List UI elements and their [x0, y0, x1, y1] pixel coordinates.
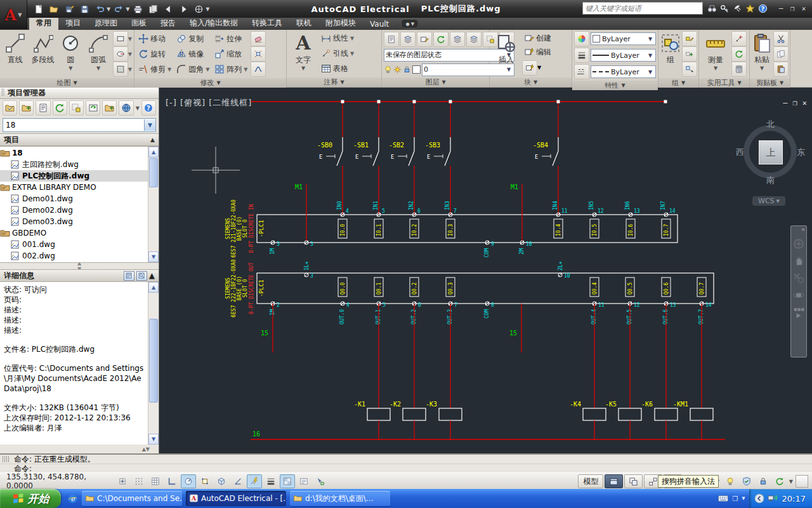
wcs-menu[interactable]: WCS ▼: [752, 196, 785, 206]
command-grip[interactable]: [3, 456, 10, 462]
panel-title-annotate[interactable]: 注释▼: [287, 77, 381, 87]
pmmark-button[interactable]: [69, 100, 84, 116]
collapse-arrow-icon[interactable]: ▲: [150, 137, 155, 143]
model-button[interactable]: 模型: [578, 474, 603, 488]
window-minimize-button[interactable]: ─: [775, 3, 787, 14]
trim-tool-button[interactable]: 修剪▼: [136, 64, 173, 76]
project-combo[interactable]: 18 ▼: [3, 118, 156, 132]
dropdown-caret-icon[interactable]: ▼: [128, 36, 132, 42]
colorwheel-tool-button[interactable]: [574, 31, 589, 46]
toggle-transparency[interactable]: [280, 474, 295, 488]
panel-title-properties[interactable]: 特性▼: [572, 81, 658, 90]
project-combo-dropdown-icon[interactable]: ▼: [144, 119, 155, 131]
viewcube-south[interactable]: 南: [766, 175, 775, 186]
back-button[interactable]: [161, 2, 175, 16]
circle-tool-button[interactable]: 圆▼: [57, 31, 84, 77]
toggle-osnap[interactable]: [197, 474, 213, 488]
plot-button[interactable]: [131, 2, 145, 16]
pmupdate-button[interactable]: [86, 100, 100, 116]
pmpub-button[interactable]: [119, 100, 133, 116]
paste-tool-button[interactable]: 粘贴▼: [752, 31, 772, 77]
pastespec-tool-button[interactable]: [773, 62, 789, 77]
bcreate-tool-button[interactable]: [417, 32, 432, 47]
line-tool-button[interactable]: 直线: [2, 31, 29, 77]
table-tool-button[interactable]: 表格: [319, 63, 379, 75]
toggle-quickprop[interactable]: [296, 474, 311, 488]
mirror-tool-button[interactable]: 镜像: [174, 48, 211, 60]
linetype-combo[interactable]: ByLayer▼: [591, 65, 656, 78]
lweight-tool-button[interactable]: [574, 48, 589, 63]
details-preview-icon[interactable]: [136, 271, 147, 281]
project-node[interactable]: 18: [0, 147, 148, 159]
restore-toolbar-icon[interactable]: ❐: [732, 495, 738, 502]
viewport-controls[interactable]: [-] [俯视] [二维线框]: [166, 97, 252, 109]
hand-nav-icon[interactable]: [793, 255, 804, 267]
toggle-ortho[interactable]: [164, 474, 180, 488]
hatch-tool-button[interactable]: [113, 62, 128, 77]
ribbon-tab-附加模块[interactable]: 附加模块: [318, 17, 363, 30]
ribbon-tab-输入/输出数据[interactable]: 输入/输出数据: [183, 17, 245, 30]
language-bar[interactable]: ❐ ▼: [718, 494, 745, 503]
groupedit-tool-button[interactable]: [682, 31, 697, 46]
relay-coil[interactable]: [403, 408, 426, 420]
scale-tool-button[interactable]: 缩放: [213, 48, 249, 60]
relay-coil[interactable]: [367, 408, 390, 420]
saveas-button[interactable]: [62, 2, 76, 16]
tree-scrollbar[interactable]: ▲ ▼: [148, 147, 159, 262]
layers-tool-button[interactable]: [466, 32, 481, 47]
ribbon-tab-项目[interactable]: 项目: [58, 17, 88, 30]
projects-header[interactable]: 项目 ▲: [0, 133, 159, 146]
open-button[interactable]: [47, 2, 61, 16]
layers-tool-button[interactable]: [450, 32, 465, 47]
help-button[interactable]: ?: [756, 2, 769, 15]
pmrefresh-tool-button[interactable]: [731, 46, 747, 62]
status-menu-caret-icon[interactable]: ▼: [789, 479, 793, 485]
panel-title-utilities[interactable]: 实用工具▼: [699, 78, 749, 88]
taskbar-button[interactable]: C:\Documents and Se...: [82, 491, 182, 506]
ribbon-tab-报告[interactable]: 报告: [154, 17, 183, 30]
viewcube-west[interactable]: 西: [736, 147, 744, 158]
clean-screen-button[interactable]: [796, 475, 808, 488]
sheet-button[interactable]: [146, 2, 160, 16]
toggle-osnap3d[interactable]: [214, 474, 229, 488]
dropdown-caret-icon[interactable]: ▼: [537, 65, 541, 70]
fillet-tool-button[interactable]: 圆角▼: [174, 64, 211, 76]
dropdown-caret-icon[interactable]: ▼: [128, 67, 132, 72]
details-collapse-icon[interactable]: ▲: [149, 271, 155, 280]
hidden-icons-icon[interactable]: [754, 493, 764, 504]
internet-explorer-icon[interactable]: e: [67, 493, 78, 504]
taskbar-button[interactable]: d:\我的文档\桌面\...: [290, 491, 390, 506]
ribbon-tab-联机[interactable]: 联机: [289, 17, 318, 30]
dropdown-caret-icon[interactable]: ▼: [206, 6, 209, 12]
taskbar-button[interactable]: AAutoCAD Electrical - [...: [186, 491, 286, 506]
viewcube[interactable]: 北 南 西 东 上: [738, 120, 802, 184]
scroll-down-icon[interactable]: ▼: [148, 251, 159, 262]
redo-button[interactable]: [112, 2, 126, 16]
project-node[interactable]: GBDEMO: [0, 227, 148, 239]
help-button[interactable]: ?: [141, 100, 156, 116]
pmproj-button[interactable]: [3, 100, 17, 116]
idpt-tool-button[interactable]: [731, 31, 747, 46]
lineweight-combo[interactable]: ByLayer▼: [591, 49, 656, 62]
leader-tool-button[interactable]: 引线▼: [319, 48, 379, 60]
drawing-node[interactable]: Demo01.dwg: [0, 193, 148, 204]
erase-tool-button[interactable]: [251, 31, 266, 46]
pmnew-button[interactable]: [19, 100, 34, 116]
ribbon-tab-转换工具[interactable]: 转换工具: [245, 17, 289, 30]
tray-bulb-icon[interactable]: [723, 474, 738, 488]
scroll-up-icon[interactable]: ▲: [148, 282, 159, 293]
details-list-icon[interactable]: [124, 271, 134, 281]
object-color-combo[interactable]: ByLayer▼: [591, 32, 656, 45]
workspace-button[interactable]: [192, 2, 206, 16]
toggle-angle[interactable]: [230, 474, 246, 488]
panel-title-layers[interactable]: 图层▼: [382, 77, 489, 87]
pmrefresh-button[interactable]: [53, 100, 67, 116]
arc-tool-button[interactable]: 圆弧▼: [85, 31, 112, 77]
navigation-bar[interactable]: ✕: [790, 225, 807, 358]
details-scrollbar[interactable]: ▲ ▼: [148, 282, 159, 444]
project-node[interactable]: EXTRA LIBRARY DEMO: [0, 182, 148, 193]
options-caret-icon[interactable]: ▼: [742, 496, 745, 501]
doc-close-button[interactable]: ✕: [802, 98, 807, 107]
toggle-snap[interactable]: [115, 474, 130, 488]
toolbar-caret-icon[interactable]: ▼: [136, 105, 140, 111]
